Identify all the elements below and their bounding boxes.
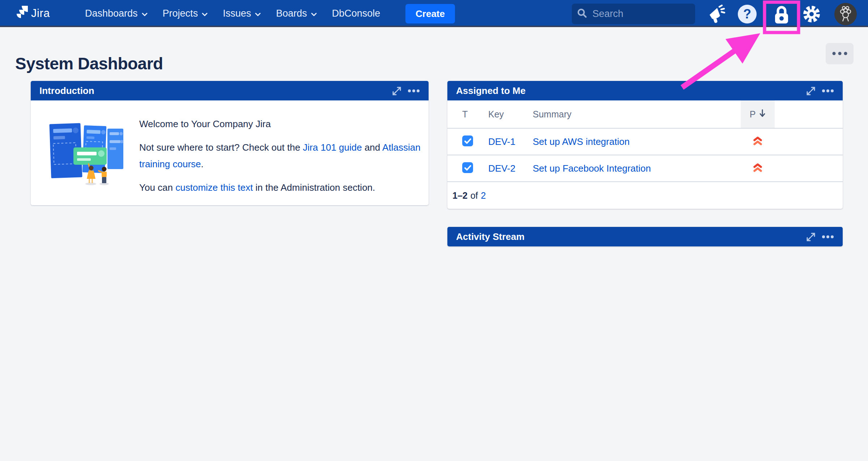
panel-menu-icon[interactable] bbox=[822, 89, 834, 92]
nav-dbconsole-label: DbConsole bbox=[332, 8, 380, 19]
table-row: DEV-1 Set up AWS integration bbox=[447, 128, 843, 155]
column-header-summary[interactable]: Summary bbox=[533, 109, 741, 120]
main-menu: Dashboards Projects Issues Boards DbCons… bbox=[77, 0, 388, 27]
panel-menu-icon[interactable] bbox=[408, 89, 420, 92]
intro-text: Welcome to Your Company Jira Not sure wh… bbox=[139, 116, 421, 203]
nav-boards-label: Boards bbox=[276, 8, 307, 19]
intro-p2-text1: Not sure where to start? Check out the bbox=[139, 142, 303, 153]
jira-logo[interactable]: Jira bbox=[13, 5, 50, 22]
intro-p3-text2: in the Administration section. bbox=[253, 182, 375, 193]
column-header-priority-label: P bbox=[750, 109, 756, 120]
jira-logo-icon bbox=[13, 5, 28, 22]
assigned-to-me-panel: Assigned to Me T Key Summary P bbox=[447, 81, 843, 209]
issue-table: T Key Summary P DEV-1 Set up bbox=[447, 100, 843, 209]
nav-dashboards-label: Dashboards bbox=[85, 8, 138, 19]
issue-summary-cell: Set up Facebook Integration bbox=[533, 163, 741, 174]
introduction-panel: Introduction bbox=[31, 81, 429, 205]
task-icon bbox=[462, 162, 473, 175]
chevron-down-icon bbox=[202, 8, 208, 19]
jira-101-guide-link[interactable]: Jira 101 guide bbox=[303, 142, 362, 153]
chevron-down-icon bbox=[311, 8, 317, 19]
settings-button[interactable] bbox=[801, 4, 822, 25]
nav-projects[interactable]: Projects bbox=[155, 0, 216, 27]
issue-summary-link[interactable]: Set up AWS integration bbox=[533, 136, 630, 147]
panel-menu-icon[interactable] bbox=[822, 235, 834, 238]
activity-stream-panel-title: Activity Stream bbox=[456, 231, 524, 242]
search-icon bbox=[577, 8, 587, 20]
nav-issues[interactable]: Issues bbox=[215, 0, 268, 27]
introduction-panel-body: Welcome to Your Company Jira Not sure wh… bbox=[31, 100, 429, 205]
nav-dashboards[interactable]: Dashboards bbox=[77, 0, 155, 27]
intro-p2-text3: . bbox=[201, 159, 204, 169]
panel-expand-icon[interactable] bbox=[805, 85, 816, 96]
chevron-down-icon bbox=[142, 8, 148, 19]
user-avatar[interactable] bbox=[834, 3, 857, 27]
issue-summary-cell: Set up AWS integration bbox=[533, 136, 741, 147]
issue-key-link[interactable]: DEV-2 bbox=[488, 163, 515, 174]
pagination-of-label: of bbox=[471, 190, 478, 201]
gear-icon bbox=[801, 20, 822, 25]
table-row: DEV-2 Set up Facebook Integration bbox=[447, 155, 843, 181]
announcement-icon bbox=[706, 20, 726, 25]
issue-summary-link[interactable]: Set up Facebook Integration bbox=[533, 163, 651, 174]
lock-button[interactable] bbox=[772, 4, 791, 26]
column-header-priority[interactable]: P bbox=[741, 100, 775, 128]
assigned-to-me-panel-title: Assigned to Me bbox=[456, 85, 526, 96]
dashboard-left-column: Introduction bbox=[31, 81, 429, 205]
intro-p2-text2: and bbox=[362, 142, 382, 153]
nav-issues-label: Issues bbox=[223, 8, 251, 19]
svg-text:?: ? bbox=[743, 7, 751, 21]
issue-key-cell: DEV-2 bbox=[488, 163, 533, 174]
issue-type-cell bbox=[447, 129, 488, 155]
pagination-total-link[interactable]: 2 bbox=[481, 190, 486, 201]
customize-this-text-link[interactable]: customize this text bbox=[175, 182, 253, 193]
nav-boards[interactable]: Boards bbox=[268, 0, 324, 27]
brand-text: Jira bbox=[31, 7, 50, 20]
search-box[interactable] bbox=[572, 4, 695, 24]
issue-table-header-row: T Key Summary P bbox=[447, 100, 843, 128]
pagination-range: 1–2 bbox=[452, 190, 468, 201]
intro-customize-line: You can customize this text in the Admin… bbox=[139, 179, 421, 196]
help-button[interactable]: ? bbox=[737, 4, 757, 25]
panel-expand-icon[interactable] bbox=[805, 231, 816, 242]
annotation-arrow-head bbox=[726, 33, 760, 64]
page-more-button[interactable] bbox=[826, 43, 854, 64]
panel-expand-icon[interactable] bbox=[391, 85, 402, 96]
sort-desc-icon bbox=[759, 109, 766, 120]
task-icon bbox=[462, 135, 473, 148]
intro-illustration bbox=[49, 119, 125, 187]
introduction-panel-title: Introduction bbox=[39, 85, 94, 96]
intro-welcome-line: Welcome to Your Company Jira bbox=[139, 116, 421, 132]
column-header-key-label: Key bbox=[488, 109, 504, 119]
intro-getting-started-line: Not sure where to start? Check out the J… bbox=[139, 139, 421, 172]
column-header-type[interactable]: T bbox=[447, 100, 488, 128]
column-header-key[interactable]: Key bbox=[488, 109, 533, 120]
issue-key-cell: DEV-1 bbox=[488, 136, 533, 147]
top-navbar: Jira Dashboards Projects Issues Boards D… bbox=[0, 0, 868, 27]
priority-highest-icon bbox=[752, 162, 763, 175]
issue-key-link[interactable]: DEV-1 bbox=[488, 136, 515, 147]
announcement-button[interactable] bbox=[706, 4, 726, 25]
avatar bbox=[834, 21, 857, 27]
issue-priority-cell bbox=[741, 155, 775, 181]
ellipsis-icon bbox=[832, 51, 848, 56]
page-title: System Dashboard bbox=[15, 54, 163, 73]
help-icon: ? bbox=[737, 20, 757, 25]
dashboard-right-column: Assigned to Me T Key Summary P bbox=[447, 81, 843, 246]
issue-priority-cell bbox=[741, 129, 775, 155]
issue-type-cell bbox=[447, 155, 488, 181]
assigned-to-me-panel-header: Assigned to Me bbox=[447, 81, 843, 100]
search-input[interactable] bbox=[592, 8, 678, 20]
nav-projects-label: Projects bbox=[163, 8, 198, 19]
activity-stream-panel-header: Activity Stream bbox=[447, 227, 843, 246]
create-button[interactable]: Create bbox=[405, 4, 455, 23]
pagination: 1–2 of 2 bbox=[447, 181, 843, 209]
nav-dbconsole[interactable]: DbConsole bbox=[324, 0, 388, 27]
priority-highest-icon bbox=[752, 135, 763, 148]
column-header-type-label: T bbox=[462, 109, 468, 120]
intro-p3-text1: You can bbox=[139, 182, 175, 193]
chevron-down-icon bbox=[255, 8, 261, 19]
lock-icon bbox=[772, 21, 791, 26]
introduction-panel-header: Introduction bbox=[31, 81, 429, 100]
column-header-summary-label: Summary bbox=[533, 109, 571, 119]
